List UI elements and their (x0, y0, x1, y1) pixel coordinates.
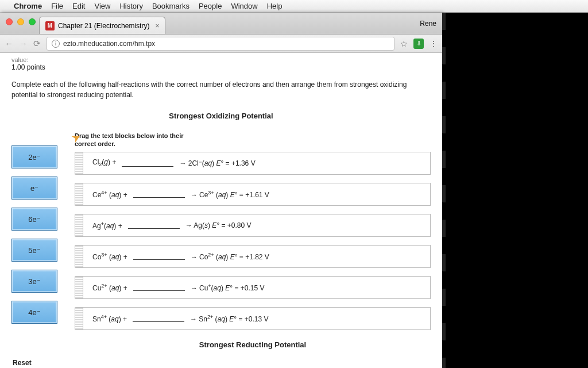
drag-handle-icon[interactable] (75, 214, 83, 237)
reset-button[interactable]: Reset (13, 359, 32, 367)
forward-icon: → (19, 39, 28, 48)
drag-handle-icon[interactable] (75, 183, 83, 206)
profile-name[interactable]: Rene (420, 20, 436, 28)
menu-bookmarks[interactable]: Bookmarks (152, 2, 189, 10)
browser-tab[interactable]: M Chapter 21 (Electrochemistry) × (39, 17, 165, 34)
reaction-drop-area: ➤ Drag the text blocks below into their … (75, 132, 431, 349)
reaction-row[interactable]: Ag+(aq) +→ Ag(s) E° = +0.80 V (75, 214, 431, 237)
reaction-row[interactable]: Ce4+ (aq) +→ Ce3+ (aq) E° = +1.61 V (75, 183, 431, 206)
close-tab-icon[interactable]: × (155, 22, 159, 30)
reaction-right: → Ce3+ (aq) E° = +1.61 V (191, 190, 269, 199)
reaction-right: → Sn2+ (aq) E° = +0.13 V (190, 314, 269, 323)
star-icon[interactable]: ☆ (400, 39, 408, 48)
top-potential-label: Strongest Oxidizing Potential (11, 112, 431, 120)
reaction-right: → 2Cl⁻(aq) E° = +1.36 V (179, 159, 255, 167)
electron-block[interactable]: 3e⁻ (11, 270, 57, 293)
reaction-left: Sn4+ (aq) + (92, 314, 127, 323)
page-content: value: 1.00 points Complete each of the … (0, 53, 442, 368)
drag-handle-icon[interactable] (75, 307, 83, 330)
reload-icon[interactable]: ⟳ (33, 39, 41, 49)
drag-handle-icon[interactable] (75, 245, 83, 268)
electron-block[interactable]: 2e⁻ (11, 145, 57, 168)
electron-block[interactable]: e⁻ (11, 177, 57, 200)
question-prompt: Complete each of the following half-reac… (11, 79, 425, 100)
menu-file[interactable]: File (51, 2, 63, 10)
mac-menubar: Chrome File Edit View History Bookmarks … (0, 0, 588, 13)
chrome-window: M Chapter 21 (Electrochemistry) × Rene ←… (0, 13, 442, 368)
tab-bar: M Chapter 21 (Electrochemistry) × Rene (0, 13, 442, 34)
minimize-window-icon[interactable] (17, 18, 24, 25)
reaction-slot[interactable]: Ce4+ (aq) +→ Ce3+ (aq) E° = +1.61 V (83, 183, 431, 206)
electron-block[interactable]: 4e⁻ (11, 301, 57, 324)
site-info-icon[interactable]: i (52, 40, 60, 48)
favicon-icon: M (45, 21, 55, 30)
points-value: 1.00 points (11, 63, 431, 71)
reaction-row[interactable]: Sn4+ (aq) +→ Sn2+ (aq) E° = +0.13 V (75, 307, 431, 330)
reaction-row[interactable]: Cl2(g) +→ 2Cl⁻(aq) E° = +1.36 V (75, 152, 431, 175)
drag-hint: Drag the text blocks below into their co… (75, 132, 201, 148)
menu-help[interactable]: Help (267, 2, 283, 10)
reaction-right: → Cu+(aq) E° = +0.15 V (191, 283, 265, 292)
drag-handle-icon[interactable] (75, 276, 83, 299)
bottom-potential-label: Strongest Reducting Potential (75, 340, 431, 349)
back-icon[interactable]: ← (5, 39, 13, 48)
electron-block-column: 2e⁻e⁻6e⁻5e⁻3e⁻4e⁻ (11, 145, 57, 349)
electron-block[interactable]: 6e⁻ (11, 208, 57, 231)
reaction-left: Cl2(g) + (92, 158, 116, 167)
reaction-left: Ag+(aq) + (92, 221, 122, 230)
reaction-slot[interactable]: Cu2+ (aq) +→ Cu+(aq) E° = +0.15 V (83, 276, 431, 299)
reaction-slot[interactable]: Ag+(aq) +→ Ag(s) E° = +0.80 V (83, 214, 431, 237)
extension-icon[interactable]: ⇩ (413, 39, 424, 49)
electron-blank[interactable] (133, 191, 185, 198)
url-bar: ← → ⟳ i ezto.mheducation.com/hm.tpx ☆ ⇩ … (0, 34, 442, 53)
reaction-left: Ce4+ (aq) + (92, 190, 127, 199)
electron-blank[interactable] (133, 253, 185, 260)
electron-blank[interactable] (133, 284, 185, 291)
menu-history[interactable]: History (119, 2, 142, 10)
electron-blank[interactable] (128, 222, 180, 229)
reaction-row[interactable]: Co3+ (aq) +→ Co2+ (aq) E° = +1.82 V (75, 245, 431, 268)
menu-people[interactable]: People (199, 2, 222, 10)
menu-chrome[interactable]: Chrome (14, 2, 42, 10)
reaction-slot[interactable]: Co3+ (aq) +→ Co2+ (aq) E° = +1.82 V (83, 245, 431, 268)
electron-block[interactable]: 5e⁻ (11, 239, 57, 262)
reaction-slot[interactable]: Sn4+ (aq) +→ Sn2+ (aq) E° = +0.13 V (83, 307, 431, 330)
reaction-right: → Ag(s) E° = +0.80 V (185, 221, 252, 229)
address-field[interactable]: i ezto.mheducation.com/hm.tpx (47, 37, 394, 51)
menu-window[interactable]: Window (231, 2, 257, 10)
reaction-row[interactable]: Cu2+ (aq) +→ Cu+(aq) E° = +0.15 V (75, 276, 431, 299)
value-label: value: (11, 56, 431, 63)
electron-blank[interactable] (133, 315, 184, 322)
reaction-right: → Co2+ (aq) E° = +1.82 V (191, 252, 269, 261)
url-text: ezto.mheducation.com/hm.tpx (63, 40, 155, 48)
menu-edit[interactable]: Edit (72, 2, 85, 10)
reaction-left: Co3+ (aq) + (92, 252, 127, 261)
background-black-area (442, 13, 588, 368)
reaction-left: Cu2+ (aq) + (92, 283, 127, 292)
close-window-icon[interactable] (6, 18, 13, 25)
drag-handle-icon[interactable] (75, 152, 83, 175)
electron-blank[interactable] (122, 160, 173, 167)
reaction-slot[interactable]: Cl2(g) +→ 2Cl⁻(aq) E° = +1.36 V (83, 152, 431, 175)
menu-icon[interactable]: ⋮ (430, 39, 438, 48)
tab-title: Chapter 21 (Electrochemistry) (58, 22, 149, 30)
maximize-window-icon[interactable] (29, 18, 36, 25)
menu-view[interactable]: View (94, 2, 110, 10)
window-controls (6, 18, 36, 25)
